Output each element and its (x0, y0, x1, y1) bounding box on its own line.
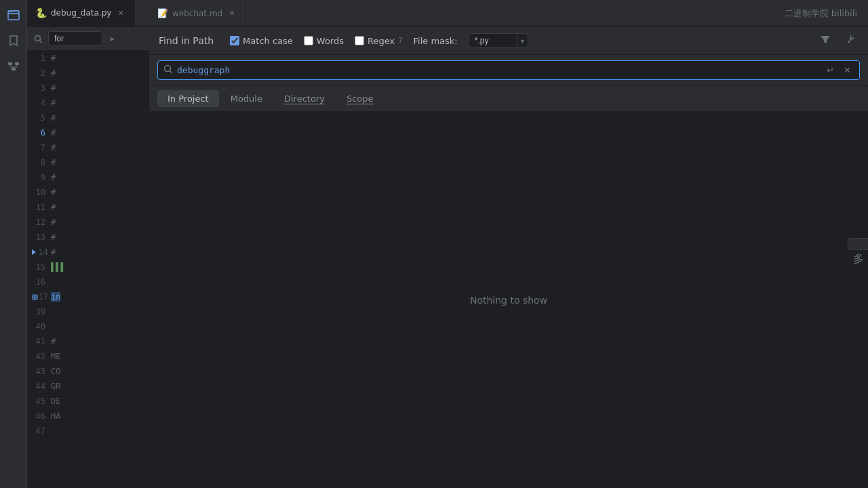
find-header: Find in Path Match case Words Regex ? Fi… (149, 27, 868, 55)
match-case-label: Match case (243, 36, 293, 46)
file-mask-input-wrap: ▾ (469, 33, 528, 48)
line-row-10: 10 # (27, 185, 149, 200)
line-row-7: 7 # (27, 140, 149, 155)
tab-close-debug[interactable]: ✕ (115, 8, 125, 18)
find-search-actions: ↵ ✕ (824, 64, 854, 77)
line-row-2: 2 # (27, 66, 149, 81)
file-mask-label: File mask: (414, 36, 458, 46)
tab-close-webchat[interactable]: ✕ (226, 8, 237, 18)
clear-btn[interactable]: ✕ (841, 64, 854, 77)
search-arrow-btn[interactable]: ▸ (108, 33, 117, 45)
line-row-16: 16 (27, 274, 149, 289)
match-case-checkbox[interactable] (230, 36, 239, 45)
scope-tab-in-project[interactable]: In Project (157, 90, 219, 107)
words-checkbox[interactable] (304, 36, 313, 45)
find-search-input[interactable] (177, 65, 820, 75)
line-row-15: 15 ▌▌▌ (27, 260, 149, 274)
search-icon (34, 35, 43, 43)
line-row-6: 6 # (27, 125, 149, 140)
line-row-13: 13 # (27, 230, 149, 245)
line-row-4: 4 # (27, 96, 149, 110)
line-row-45: 45 DE (27, 394, 149, 409)
find-search-input-row: ↵ ✕ (157, 60, 860, 80)
tab-webchat[interactable]: 📝 webchat.md ✕ (149, 0, 245, 27)
logo-text: 二进制学院 bilibili (785, 7, 857, 20)
line-row-5: 5 # (27, 110, 149, 125)
words-option[interactable]: Words (304, 36, 344, 46)
find-title: Find in Path (159, 35, 214, 46)
line-row-39: 39 (27, 304, 149, 319)
sidebar-icon-project[interactable] (1, 3, 26, 27)
line-row-44: 44 GR (27, 379, 149, 394)
line-row-47: 47 (27, 424, 149, 439)
line-row-1: 1 # (27, 51, 149, 66)
file-mask-dropdown[interactable]: ▾ (517, 35, 528, 47)
editor-top-bar: 🐍 debug_data.py ✕ (27, 0, 149, 27)
enter-btn[interactable]: ↵ (824, 64, 837, 77)
find-search-wrap: ↵ ✕ (149, 55, 868, 86)
header-actions (816, 33, 859, 49)
results-area: Nothing to show (149, 112, 868, 488)
tab-debug-data[interactable]: 🐍 debug_data.py ✕ (27, 0, 135, 27)
left-sidebar (0, 0, 27, 488)
words-label: Words (317, 36, 344, 46)
line-row-42: 42 ME (27, 349, 149, 364)
line-row-12: 12 # (27, 215, 149, 230)
editor-search-bar: ▸ (27, 27, 149, 51)
tab-label-debug: debug_data.py (51, 8, 111, 18)
line-row-41: 41 # (27, 334, 149, 349)
line-row-3: 3 # (27, 81, 149, 96)
pin-btn[interactable] (841, 33, 859, 49)
sidebar-icon-bookmarks[interactable] (1, 28, 26, 53)
line-row-11: 11 # (27, 200, 149, 215)
svg-rect-3 (12, 68, 16, 70)
line-row-17: 17 in (27, 289, 149, 304)
scope-tabs: In Project Module Directory Scope (149, 86, 868, 112)
sidebar-icon-structure[interactable] (1, 54, 26, 79)
nothing-to-show-text: Nothing to show (470, 295, 547, 306)
find-search-icon (163, 64, 173, 76)
editor-search-input[interactable] (48, 31, 102, 46)
svg-rect-1 (8, 62, 12, 65)
scope-tab-scope[interactable]: Scope (336, 90, 384, 107)
scope-tab-directory[interactable]: Directory (274, 90, 335, 107)
svg-rect-0 (8, 11, 19, 20)
tab-label-webchat: webchat.md (172, 9, 222, 18)
line-row-14: 14 # (27, 245, 149, 260)
line-row-8: 8 # (27, 155, 149, 170)
regex-label: Regex (368, 36, 395, 46)
editor-column: 🐍 debug_data.py ✕ ▸ 1 # 2 (27, 0, 149, 488)
line-row-40: 40 (27, 319, 149, 334)
filter-btn[interactable] (816, 33, 834, 49)
scope-tab-module[interactable]: Module (220, 90, 273, 107)
right-panel-btn[interactable]: 多 (848, 238, 868, 250)
file-mask-input[interactable] (469, 34, 517, 47)
svg-rect-2 (15, 62, 19, 65)
regex-checkbox[interactable] (355, 36, 364, 45)
main-area: 🐍 debug_data.py ✕ ▸ 1 # 2 (27, 0, 868, 488)
line-row-46: 46 HA (27, 409, 149, 424)
find-panel-top-bar: 📝 webchat.md ✕ 二进制学院 bilibili (149, 0, 868, 27)
match-case-option[interactable]: Match case (230, 36, 293, 46)
editor-lines: 1 # 2 # 3 # 4 # 5 # 6 # (27, 51, 149, 488)
regex-help-icon: ? (398, 36, 402, 45)
find-panel: 📝 webchat.md ✕ 二进制学院 bilibili Find in Pa… (149, 0, 868, 488)
line-row-9: 9 # (27, 170, 149, 185)
regex-option[interactable]: Regex ? (355, 36, 403, 46)
line-row-43: 43 CO (27, 364, 149, 379)
